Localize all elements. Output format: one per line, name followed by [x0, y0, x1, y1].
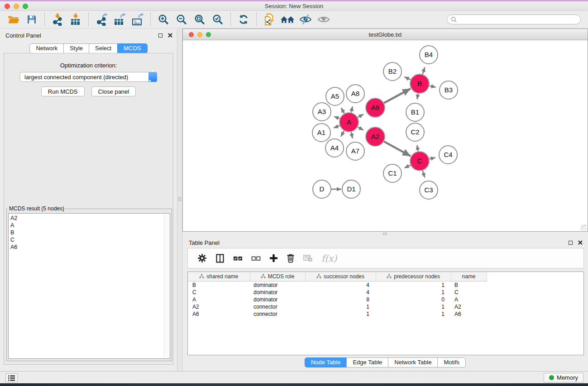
- table-cell[interactable]: 4: [305, 289, 376, 296]
- zoom-window-button[interactable]: [23, 4, 28, 9]
- graph-node-C4[interactable]: C4: [439, 146, 457, 164]
- graph-node-A8[interactable]: A8: [346, 85, 364, 103]
- graph-edge-C-C3[interactable]: [423, 171, 425, 177]
- graph-edge-A-A6[interactable]: [358, 114, 363, 117]
- minimize-window-button[interactable]: [14, 4, 19, 9]
- column-header-predecessor-nodes[interactable]: predecessor nodes: [376, 272, 451, 281]
- table-cell[interactable]: 1: [376, 289, 451, 296]
- table-cell[interactable]: dominator: [250, 289, 305, 296]
- graph-edge-A6-B[interactable]: [384, 89, 410, 103]
- import-network-button[interactable]: [48, 12, 67, 27]
- table-cell[interactable]: 4: [305, 281, 376, 289]
- column-header-successor-nodes[interactable]: successor nodes: [305, 272, 376, 281]
- graph-edge-A-A4[interactable]: [341, 131, 344, 137]
- table-cell[interactable]: 8: [305, 296, 376, 303]
- zoom-network-window-button[interactable]: [206, 32, 211, 37]
- graph-node-C[interactable]: C: [410, 152, 429, 171]
- close-panel-icon[interactable]: [168, 33, 172, 38]
- delete-table-button[interactable]: [303, 252, 313, 265]
- graph-node-A4[interactable]: A4: [325, 139, 344, 157]
- table-cell[interactable]: 1: [376, 303, 451, 310]
- memory-button[interactable]: Memory: [544, 373, 583, 382]
- column-header-name[interactable]: name: [451, 272, 487, 281]
- search-input[interactable]: [459, 16, 577, 23]
- close-network-window-button[interactable]: [189, 32, 194, 37]
- graph-edge-B-B2[interactable]: [404, 77, 410, 80]
- table-cell[interactable]: A6: [451, 310, 487, 318]
- refresh-button[interactable]: [234, 12, 253, 27]
- table-cell[interactable]: 1: [305, 303, 376, 310]
- divider-grip[interactable]: [383, 233, 387, 235]
- save-session-button[interactable]: [23, 12, 41, 27]
- graph-edge-B-B1[interactable]: [417, 94, 418, 100]
- table-row[interactable]: Bdominator41B: [188, 281, 487, 289]
- tab-style[interactable]: Style: [63, 43, 89, 53]
- horizontal-split-divider[interactable]: [182, 232, 588, 236]
- table-cell[interactable]: A: [188, 296, 250, 303]
- table-cell[interactable]: 1: [305, 310, 376, 318]
- column-header-shared-name[interactable]: shared name: [188, 272, 250, 281]
- table-cell[interactable]: dominator: [250, 281, 305, 289]
- tab-motifs[interactable]: Motifs: [437, 357, 466, 367]
- graph-node-D[interactable]: D: [313, 180, 331, 198]
- graph-node-C1[interactable]: C1: [383, 164, 402, 182]
- delete-columns-button[interactable]: [287, 252, 295, 265]
- graph-node-B2[interactable]: B2: [383, 62, 402, 81]
- tab-select[interactable]: Select: [89, 43, 118, 53]
- close-panel-button[interactable]: Close panel: [91, 86, 136, 96]
- table-cell[interactable]: 1: [376, 281, 451, 289]
- graph-node-A6[interactable]: A6: [366, 98, 385, 117]
- run-mcds-button[interactable]: Run MCDS: [41, 86, 85, 96]
- graph-node-B3[interactable]: B3: [440, 81, 458, 99]
- graph-node-B[interactable]: B: [410, 74, 429, 93]
- mcds-result-list[interactable]: A2ABCA6: [8, 213, 170, 359]
- mcds-result-item[interactable]: A2: [10, 214, 170, 222]
- close-panel-icon[interactable]: [578, 240, 583, 245]
- tab-mcds[interactable]: MCDS: [117, 43, 147, 53]
- birds-eye-view-button[interactable]: [315, 12, 333, 27]
- float-panel-icon[interactable]: [569, 241, 573, 245]
- select-all-button[interactable]: [233, 252, 243, 265]
- table-cell[interactable]: connector: [250, 310, 305, 318]
- graph-edge-A-A2[interactable]: [358, 127, 363, 130]
- graph-edge-C-C2[interactable]: [417, 145, 418, 152]
- graph-edge-A-A5[interactable]: [341, 108, 344, 113]
- graph-node-B1[interactable]: B1: [406, 103, 424, 121]
- graph-edge-C-C1[interactable]: [404, 165, 410, 168]
- graph-node-C3[interactable]: C3: [420, 181, 438, 199]
- graph-edge-B-B4[interactable]: [423, 67, 425, 74]
- zoom-selected-button[interactable]: [209, 12, 227, 27]
- zoom-fit-button[interactable]: [191, 12, 209, 27]
- graph-node-D1[interactable]: D1: [342, 180, 360, 198]
- table-cell[interactable]: C: [188, 289, 250, 296]
- task-history-button[interactable]: [5, 373, 18, 382]
- export-network-button[interactable]: [92, 12, 110, 27]
- graph-node-A[interactable]: A: [339, 113, 359, 132]
- graph-edge-A-A8[interactable]: [351, 106, 353, 112]
- mcds-result-item[interactable]: A6: [10, 243, 170, 251]
- table-row[interactable]: A6connector11A6: [188, 310, 487, 318]
- deselect-all-button[interactable]: [251, 252, 261, 265]
- table-cell[interactable]: connector: [250, 303, 305, 310]
- graph-edge-C-C4[interactable]: [429, 157, 435, 159]
- export-table-button[interactable]: [110, 12, 129, 27]
- float-panel-icon[interactable]: [158, 33, 163, 38]
- table-row[interactable]: A2connector11A2: [188, 303, 487, 310]
- export-image-button[interactable]: [129, 12, 147, 27]
- close-window-button[interactable]: [5, 4, 10, 9]
- column-settings-button[interactable]: [197, 252, 207, 265]
- graph-node-A2[interactable]: A2: [366, 127, 385, 146]
- table-row[interactable]: Adominator80A: [188, 296, 487, 303]
- graph-edge-A-A7[interactable]: [351, 132, 353, 138]
- divider-grip[interactable]: [178, 197, 181, 201]
- table-cell[interactable]: A2: [188, 303, 250, 310]
- tab-network-table[interactable]: Network Table: [388, 357, 438, 367]
- graph-node-A3[interactable]: A3: [313, 103, 331, 121]
- home-button[interactable]: [278, 12, 296, 27]
- table-cell[interactable]: B: [451, 281, 487, 289]
- table-cell[interactable]: dominator: [250, 296, 305, 303]
- tab-network[interactable]: Network: [29, 43, 64, 53]
- column-header-mcds-role[interactable]: MCDS role: [250, 272, 305, 281]
- window-resize-grip[interactable]: [581, 224, 587, 231]
- graph-node-A1[interactable]: A1: [312, 124, 330, 142]
